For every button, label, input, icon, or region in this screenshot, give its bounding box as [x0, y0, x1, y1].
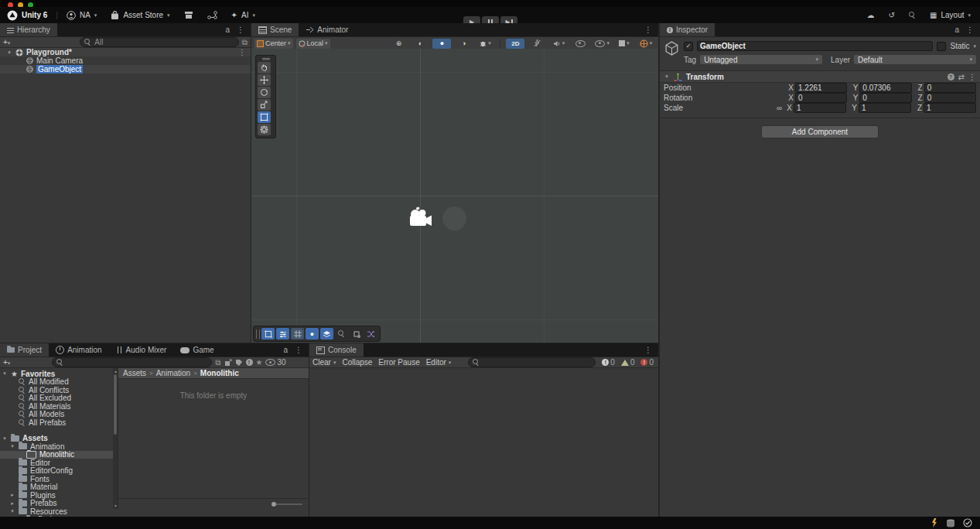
position-x-field[interactable]: 1.2261 [795, 83, 847, 93]
zoom-slider-track[interactable] [276, 503, 302, 505]
favorites-header[interactable]: ▾ ★ Favorites [0, 370, 118, 378]
tree-item-prefabs[interactable]: ▸Prefabs [0, 500, 118, 508]
tree-item-fonts[interactable]: Fonts [0, 475, 118, 483]
shuffle-button[interactable] [364, 328, 377, 340]
scene-lighting-off-button[interactable] [528, 39, 546, 49]
tool-handle-pivot-dropdown[interactable]: Center ▾ [254, 39, 293, 49]
cache-server-icon[interactable] [946, 519, 955, 527]
scroll-down-icon[interactable]: ▼ [114, 503, 118, 508]
foldout-arrow-icon[interactable]: ▾ [6, 49, 12, 56]
breadcrumb-animation[interactable]: Animation [156, 369, 190, 377]
grid-snap-button[interactable] [291, 328, 304, 340]
move-tool[interactable] [258, 74, 271, 86]
version-control-button[interactable] [200, 11, 224, 19]
hierarchy-item-gameobject[interactable]: GameObject [0, 65, 251, 73]
asset-store-menu[interactable]: Asset Store ▾ [104, 11, 176, 20]
console-search-input[interactable] [468, 357, 596, 367]
pane-menu-icon[interactable]: ⋮ [644, 26, 652, 34]
active-checkbox[interactable]: ✓ [684, 42, 693, 51]
help-icon[interactable]: ? [948, 73, 954, 80]
gameobject-big-cube-icon[interactable] [664, 40, 680, 56]
skybox-toggle-button[interactable]: ● [432, 39, 451, 49]
pane-menu-icon[interactable]: ⋮ [295, 346, 302, 354]
ai-menu[interactable]: ✦ AI ▾ [224, 11, 262, 19]
account-menu[interactable]: NA ▾ [60, 11, 104, 20]
position-z-field[interactable]: 0 [924, 83, 976, 93]
console-log-area[interactable] [309, 368, 658, 508]
scene-picker-icon[interactable]: ⧉ [242, 38, 248, 47]
tab-audio-mixer[interactable]: Audio Mixer [109, 343, 174, 357]
gizmos-dropdown[interactable]: ▾ [637, 39, 655, 49]
tab-project[interactable]: Project [0, 343, 49, 357]
pane-menu-icon[interactable]: ⋮ [966, 26, 974, 34]
tree-item-material[interactable]: Material [0, 483, 118, 492]
scrollbar-thumb[interactable] [114, 374, 117, 435]
effects-visibility-button[interactable] [571, 39, 589, 49]
lighting-toggle-button[interactable]: ◑ [454, 39, 473, 49]
scale-y-field[interactable]: 1 [859, 103, 911, 113]
collapse-button[interactable]: Collapse [342, 358, 372, 367]
project-search-input[interactable] [52, 357, 212, 367]
scroll-up-icon[interactable]: ▲ [114, 369, 118, 374]
global-search-button[interactable] [902, 12, 923, 19]
tag-dropdown[interactable]: Untagged ▾ [700, 55, 822, 64]
warning-filter-toggle[interactable]: 0 [621, 358, 635, 367]
create-menu-button[interactable]: +▾ [3, 38, 10, 46]
tree-item-animation[interactable]: ▾Animation [0, 442, 118, 451]
undo-history-button[interactable]: ↺ [882, 11, 902, 19]
rect-tool-selected[interactable] [258, 111, 271, 123]
tab-animation[interactable]: Animation [49, 343, 108, 357]
camera-gizmo-icon[interactable] [406, 206, 434, 229]
breadcrumb-monolithic[interactable]: Monolithic [200, 369, 239, 377]
favorite-item[interactable]: All Modified [0, 378, 118, 387]
preset-icon[interactable]: ⇄ [958, 73, 965, 81]
scene-visibility-dropdown[interactable]: ▾ [592, 39, 612, 49]
camera-settings-dropdown[interactable]: ▾ [615, 39, 633, 49]
rotation-x-field[interactable]: 0 [795, 93, 847, 103]
editor-dropdown[interactable]: Editor▾ [426, 358, 452, 367]
create-menu-button[interactable]: +▾ [3, 358, 10, 367]
foldout-arrow-icon[interactable]: ▾ [664, 73, 670, 80]
tree-scrollbar[interactable]: ▲ ▼ [113, 368, 118, 509]
clear-button[interactable]: Clear▾ [312, 358, 336, 367]
view-hand-tool[interactable] [258, 62, 271, 73]
static-checkbox[interactable] [937, 42, 946, 51]
add-component-button[interactable]: Add Component [761, 125, 879, 138]
foldout-arrow-icon[interactable]: ▾ [9, 443, 15, 449]
favorites-star-icon[interactable]: ★ [256, 358, 263, 367]
scale-tool[interactable] [258, 99, 271, 111]
scale-x-field[interactable]: 1 [794, 103, 846, 113]
scene-header-row[interactable]: ▾ Playground* ⋮ [0, 48, 251, 56]
info-filter-toggle[interactable]: ! 0 [602, 358, 615, 367]
tree-item-assets[interactable]: ▾Assets [0, 435, 118, 443]
tab-inspector[interactable]: i Inspector [660, 23, 715, 36]
cloud-services-button[interactable]: ☁ [860, 11, 882, 19]
scale-z-field[interactable]: 1 [924, 103, 976, 113]
breadcrumb-assets[interactable]: Assets [123, 369, 146, 377]
visibility-counter[interactable]: 30 [265, 358, 285, 367]
hierarchy-item-main-camera[interactable]: Main Camera [0, 56, 251, 65]
tab-animator[interactable]: Animator [299, 23, 355, 36]
error-pause-button[interactable]: Error Pause [378, 358, 419, 367]
tree-item-editor[interactable]: Editor [0, 459, 118, 467]
package-filter-icon[interactable] [224, 359, 232, 367]
overlay-drag-handle[interactable] [258, 57, 274, 61]
foldout-arrow-icon[interactable]: ▾ [9, 508, 15, 514]
package-manager-button[interactable] [177, 11, 200, 19]
audio-toggle-dropdown[interactable]: ▾ [549, 39, 568, 49]
label-filter-icon[interactable] [235, 359, 243, 367]
search-overlay-button[interactable] [335, 328, 348, 340]
foldout-arrow-icon[interactable]: ▾ [2, 435, 8, 442]
pane-menu-icon[interactable]: ⋮ [237, 26, 244, 34]
favorite-item[interactable]: All Conflicts [0, 386, 118, 394]
2d-mode-toggle[interactable]: 2D [506, 39, 524, 49]
rotation-z-field[interactable]: 0 [924, 93, 976, 103]
tab-hierarchy[interactable]: Hierarchy [0, 23, 57, 36]
layer-dropdown[interactable]: Default ▾ [854, 55, 976, 64]
error-filter-toggle[interactable]: ! 0 [640, 358, 654, 367]
draw-mode-shaded-button[interactable]: ◐ [411, 39, 429, 49]
pane-lock-icon[interactable]: a [283, 346, 288, 354]
favorite-item[interactable]: All Models [0, 411, 118, 419]
drag-handle-icon[interactable] [256, 329, 260, 339]
prefab-mode-button[interactable] [350, 328, 363, 340]
